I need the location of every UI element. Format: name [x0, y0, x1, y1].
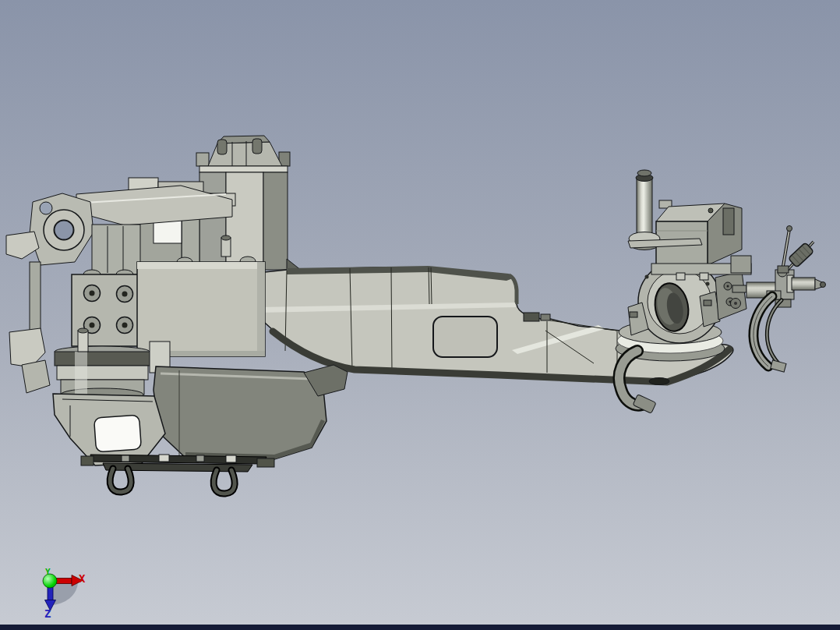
z-axis-label: Z: [44, 607, 51, 620]
x-axis-label: X: [79, 572, 86, 585]
y-axis-label: Y: [45, 567, 51, 577]
cad-viewport[interactable]: Y X Z: [0, 0, 840, 630]
bottom-border: [0, 625, 840, 630]
